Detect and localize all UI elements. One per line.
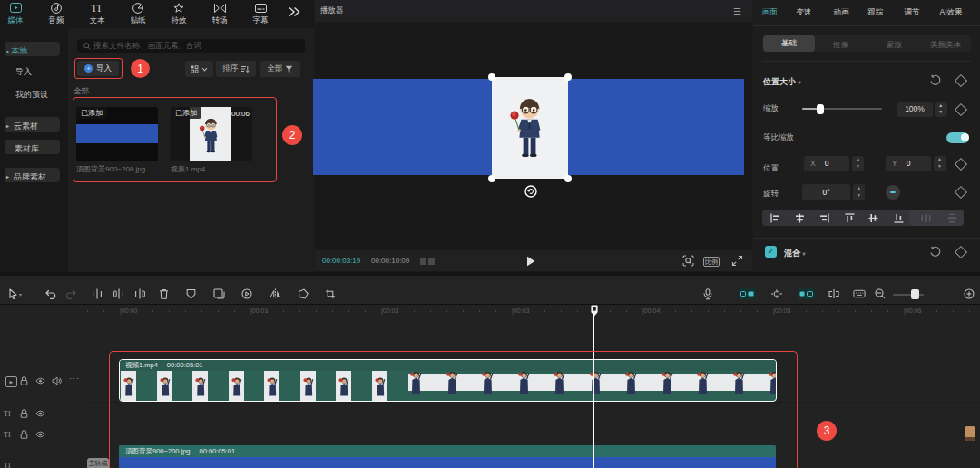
svg-text:TI: TI: [91, 3, 101, 13]
